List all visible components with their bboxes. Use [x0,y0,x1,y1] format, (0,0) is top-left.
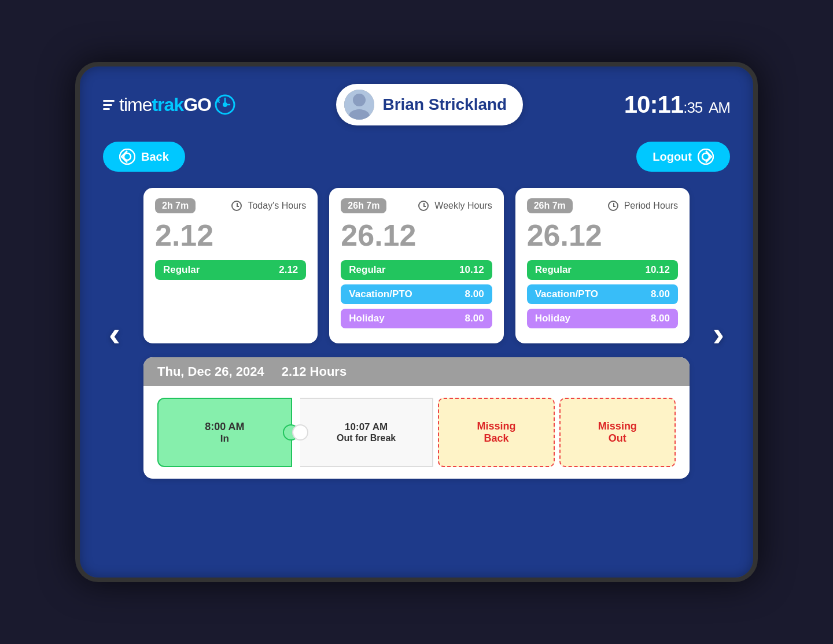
period-holiday-row: Holiday 8.00 [527,309,678,328]
weekly-vacation-row: Vacation/PTO 8.00 [341,284,492,304]
logo-trak: trak [152,94,183,115]
clock-icon-period [608,201,618,211]
period-holiday-value: 8.00 [651,313,670,324]
weekly-holiday-label: Holiday [349,313,384,324]
weekly-regular-value: 10.12 [459,264,484,276]
user-name-label: Brian Strickland [382,95,507,114]
period-holiday-label: Holiday [535,313,570,324]
today-hours-card: 2h 7m Today's Hours 2.12 Regular 2.12 [143,188,318,343]
timeline-hours: 2.12 Hours [282,364,347,379]
weekly-hours-card: 26h 7m Weekly Hours 26.12 Regular 10.12 … [329,188,503,343]
weekly-badge: 26h 7m [341,198,386,213]
today-badge: 2h 7m [155,198,196,213]
missing-out-sublabel: Out [609,432,626,445]
timeline-section: Thu, Dec 26, 2024 2.12 Hours 8:00 AM In [143,357,690,479]
logout-label: Logout [653,150,692,164]
clock-icon-weekly [418,201,429,211]
main-content: ‹ 2h 7m Today's Hours 2.12 Regular 2.12 [103,188,730,479]
period-regular-row: Regular 10.12 [527,260,678,280]
weekly-regular-row: Regular 10.12 [341,260,492,280]
tablet-frame: timetrakGO [75,62,758,582]
today-label: Today's Hours [231,201,306,211]
back-label: Back [141,150,169,164]
missing-out-label: Missing [598,420,637,432]
period-vacation-label: Vacation/PTO [535,288,598,300]
timeline-header: Thu, Dec 26, 2024 2.12 Hours [143,357,690,386]
puzzle-in: 8:00 AM In [157,398,292,467]
puzzle-out-break: 10:07 AM Out for Break [300,398,434,467]
out-break-time: 10:07 AM [345,421,388,433]
clock-ampm: AM [709,99,730,116]
svg-point-5 [353,94,366,106]
clock-seconds: :35 [683,99,702,116]
period-hours-header: 26h 7m Period Hours [527,198,678,213]
out-break-label: Out for Break [337,433,396,443]
logo-go: GO [183,94,211,115]
clock-icon-today [231,201,242,211]
period-badge: 26h 7m [527,198,573,213]
user-badge: Brian Strickland [336,84,523,125]
nav-row: Back Logout [103,142,730,172]
next-arrow[interactable]: › [713,313,724,353]
today-regular-row: Regular 2.12 [155,260,306,280]
weekly-vacation-value: 8.00 [465,288,484,300]
missing-back-label: Missing [477,420,516,432]
period-vacation-value: 8.00 [651,288,670,300]
back-icon [119,149,135,165]
period-regular-label: Regular [535,264,572,276]
period-hours-card: 26h 7m Period Hours 26.12 Regular 10.12 … [515,188,690,343]
today-value: 2.12 [155,219,306,252]
puzzle-missing-out: Missing Out [559,398,676,467]
back-button[interactable]: Back [103,142,185,172]
stats-row: 2h 7m Today's Hours 2.12 Regular 2.12 26… [143,188,690,343]
weekly-value: 26.12 [341,219,492,252]
logo: timetrakGO [103,94,235,116]
logo-time: time [119,94,152,115]
timeline-body: 8:00 AM In 10:07 AM Out for Break [143,386,690,479]
prev-arrow[interactable]: ‹ [109,313,120,353]
logo-text: timetrakGO [119,94,211,116]
weekly-holiday-row: Holiday 8.00 [341,309,492,328]
clock-hours: 10:11 [624,91,683,118]
logout-button[interactable]: Logout [636,142,730,172]
in-label: In [220,433,229,445]
weekly-vacation-label: Vacation/PTO [349,288,412,300]
timeline-date: Thu, Dec 26, 2024 [157,364,264,379]
period-value: 26.12 [527,219,678,252]
header: timetrakGO [103,84,730,125]
period-vacation-row: Vacation/PTO 8.00 [527,284,678,304]
weekly-regular-label: Regular [349,264,385,276]
puzzle-missing-back: Missing Back [438,398,554,467]
avatar [344,90,374,120]
puzzle-container: 8:00 AM In 10:07 AM Out for Break [157,398,676,467]
period-label: Period Hours [608,201,678,211]
weekly-holiday-value: 8.00 [465,313,484,324]
today-regular-label: Regular [163,264,200,276]
weekly-label: Weekly Hours [418,201,492,211]
logout-icon [698,149,714,165]
weekly-hours-header: 26h 7m Weekly Hours [341,198,492,213]
missing-back-sublabel: Back [484,432,509,445]
avatar-image [344,90,374,120]
period-regular-value: 10.12 [645,264,670,276]
in-time: 8:00 AM [205,421,244,433]
logo-clock-icon [215,94,235,115]
today-hours-header: 2h 7m Today's Hours [155,198,306,213]
logo-lines-icon [103,100,115,110]
today-regular-value: 2.12 [279,264,298,276]
clock-display: 10:11:35 AM [624,91,730,119]
